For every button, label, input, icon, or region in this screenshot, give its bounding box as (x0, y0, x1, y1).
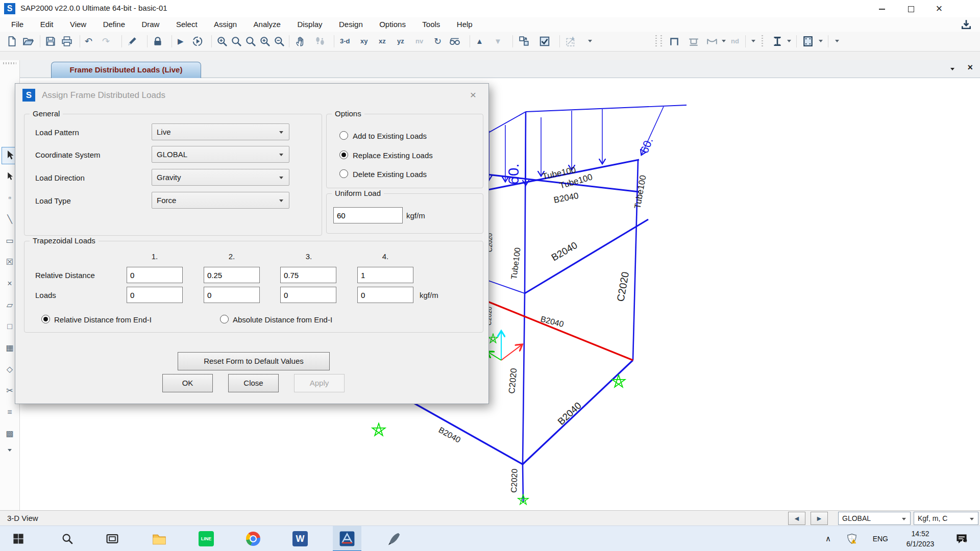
menu-edit[interactable]: Edit (33, 17, 61, 32)
restore-full-view-icon[interactable] (231, 36, 242, 47)
grid-tool[interactable]: ▩ (2, 425, 18, 442)
model-window-tab[interactable]: Frame Distributed Loads (Live) (51, 62, 201, 78)
load-direction-select[interactable]: Gravity (152, 169, 289, 186)
redo-icon[interactable]: ↷ (102, 35, 110, 48)
clock[interactable]: 14:52 6/1/2023 (897, 529, 943, 549)
window-close-icon[interactable]: × (967, 62, 973, 73)
design-app-button[interactable] (380, 526, 408, 551)
select-objects-icon[interactable] (519, 36, 530, 47)
ok-button[interactable]: OK (162, 374, 213, 392)
chevron-down-icon[interactable] (8, 449, 12, 452)
add-existing-radio[interactable] (339, 131, 348, 140)
set-display-options-icon[interactable] (539, 36, 550, 47)
view-3d-button[interactable]: 3-d (340, 36, 350, 47)
dialog-close-icon[interactable]: × (464, 88, 482, 102)
print-icon[interactable] (61, 36, 72, 47)
rubber-band-zoom-icon[interactable] (216, 36, 228, 47)
run-analysis-icon[interactable]: ▶ (178, 35, 184, 48)
minimize-button[interactable] (868, 0, 896, 17)
zoom-out-icon[interactable] (274, 36, 285, 47)
load-4-input[interactable] (357, 287, 413, 303)
move-down-list-icon[interactable]: ▼ (494, 35, 502, 48)
sap2000-taskbar-button[interactable] (333, 526, 361, 551)
load-type-select[interactable]: Force (152, 192, 289, 209)
load-1-input[interactable] (127, 287, 183, 303)
coord-system-status-select[interactable]: GLOBAL (838, 512, 911, 525)
new-model-icon[interactable] (6, 36, 17, 47)
open-model-icon[interactable] (22, 36, 34, 47)
save-icon[interactable] (45, 36, 56, 47)
menu-tools[interactable]: Tools (415, 17, 447, 32)
chevron-down-icon[interactable] (819, 40, 823, 42)
close-button[interactable]: × (925, 0, 953, 17)
refresh-window-icon[interactable] (127, 36, 138, 47)
assign-template-icon[interactable] (566, 36, 577, 47)
chevron-down-icon[interactable] (787, 40, 791, 42)
load-2-input[interactable] (204, 287, 260, 303)
add-existing-label[interactable]: Add to Existing Loads (353, 132, 427, 140)
view-yz-button[interactable]: yz (397, 36, 404, 47)
relative-distance-radio[interactable] (41, 315, 50, 323)
chevron-down-icon[interactable] (588, 40, 592, 42)
menu-design[interactable]: Design (332, 17, 370, 32)
previous-zoom-icon[interactable] (245, 36, 256, 47)
rect-section-icon[interactable] (802, 36, 814, 47)
task-view-button[interactable] (98, 526, 127, 551)
file-explorer-button[interactable] (145, 526, 174, 551)
run-dialog-icon[interactable] (192, 36, 203, 47)
reset-form-button[interactable]: Reset Form to Default Values (178, 352, 330, 370)
chevron-down-icon[interactable] (751, 40, 755, 42)
replace-existing-radio[interactable] (339, 151, 348, 159)
i-section-icon[interactable] (772, 36, 783, 47)
menu-analyze[interactable]: Analyze (247, 17, 288, 32)
menu-view[interactable]: View (63, 17, 93, 32)
window-menu-caret-icon[interactable] (950, 68, 954, 70)
view-xy-button[interactable]: xy (360, 36, 368, 47)
relative-distance-radio-label[interactable]: Relative Distance from End-I (54, 315, 152, 324)
taskbar-search-button[interactable] (53, 526, 82, 551)
cable-icon[interactable] (706, 36, 718, 47)
language-indicator[interactable]: ENG (873, 526, 888, 551)
delete-existing-label[interactable]: Delete Existing Loads (353, 170, 427, 179)
nd-button[interactable]: nd (731, 36, 739, 47)
absolute-distance-radio-label[interactable]: Absolute Distance from End-I (233, 315, 332, 324)
security-shield-icon[interactable] (846, 533, 857, 544)
absolute-distance-radio[interactable] (220, 315, 229, 323)
menu-select[interactable]: Select (169, 17, 205, 32)
snap-options-tool[interactable]: ≡ (2, 404, 18, 420)
coord-system-select[interactable]: GLOBAL (152, 146, 289, 163)
uniform-load-input[interactable] (333, 207, 403, 223)
frame-portal-icon[interactable] (669, 36, 680, 47)
menu-options[interactable]: Options (372, 17, 413, 32)
word-button[interactable]: W (286, 526, 314, 551)
view-nv-button[interactable]: nv (415, 36, 423, 47)
units-status-select[interactable]: Kgf, m, C (914, 512, 978, 525)
chrome-button[interactable] (239, 526, 267, 551)
zoom-in-icon[interactable] (259, 36, 271, 47)
view-xz-button[interactable]: xz (379, 36, 386, 47)
line-app-button[interactable]: LINE (192, 526, 220, 551)
perspective-icon[interactable] (449, 36, 460, 47)
tray-chevron-icon[interactable]: ∧ (825, 526, 831, 551)
menu-define[interactable]: Define (96, 17, 132, 32)
menu-draw[interactable]: Draw (134, 17, 166, 32)
undo-icon[interactable]: ↶ (85, 35, 92, 48)
download-icon[interactable] (961, 19, 972, 30)
lock-model-icon[interactable] (152, 36, 163, 47)
chevron-down-icon[interactable] (835, 40, 839, 42)
walkthrough-icon[interactable] (314, 36, 326, 47)
menu-help[interactable]: Help (450, 17, 480, 32)
action-center-icon[interactable] (955, 533, 968, 545)
bridge-pier-icon[interactable] (688, 36, 699, 47)
load-3-input[interactable] (280, 287, 336, 303)
load-pattern-select[interactable]: Live (152, 123, 289, 140)
chevron-down-icon[interactable] (722, 40, 726, 42)
pan-icon[interactable] (295, 36, 306, 47)
rel-dist-4-input[interactable] (357, 267, 413, 283)
rel-dist-1-input[interactable] (127, 267, 183, 283)
rel-dist-3-input[interactable] (280, 267, 336, 283)
menu-display[interactable]: Display (290, 17, 329, 32)
next-view-button[interactable]: ► (811, 512, 828, 525)
start-button[interactable] (4, 526, 33, 551)
rel-dist-2-input[interactable] (204, 267, 260, 283)
